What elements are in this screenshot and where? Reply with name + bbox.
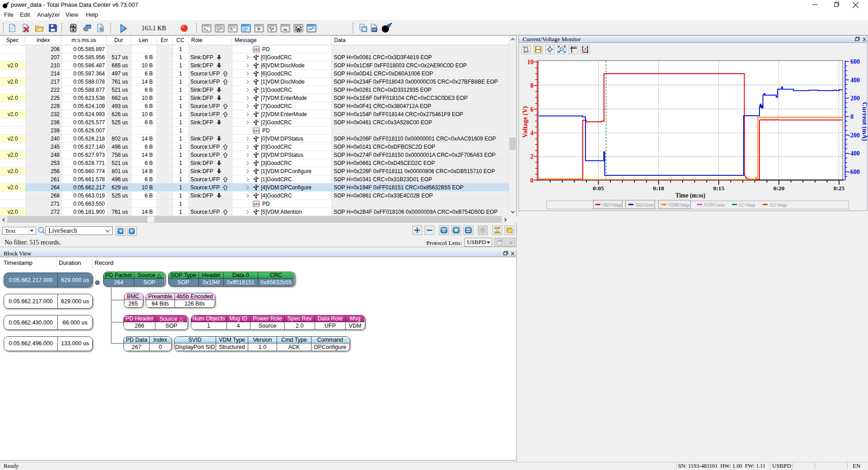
svg-text:-600: -600 xyxy=(848,169,860,175)
svg-text:VBUS Voltage: VBUS Voltage xyxy=(602,202,622,207)
svg-text:101: 101 xyxy=(253,129,259,133)
svg-text:-400: -400 xyxy=(848,150,860,157)
svg-text:CC1 Voltage: CC1 Voltage xyxy=(739,202,755,207)
svg-text:Hz: Hz xyxy=(283,28,287,32)
svg-text:0:05: 0:05 xyxy=(593,185,604,192)
svg-text:0:25: 0:25 xyxy=(834,185,845,192)
svg-text:CC2 Voltage: CC2 Voltage xyxy=(769,202,787,207)
svg-text:Time (m:ss): Time (m:ss) xyxy=(675,192,705,199)
svg-text:0:20: 0:20 xyxy=(774,185,785,192)
svg-text:VCONN Voltage: VCONN Voltage xyxy=(668,202,689,207)
svg-text:2: 2 xyxy=(530,153,533,160)
svg-text:123: 123 xyxy=(572,46,576,48)
svg-text:?: ? xyxy=(584,47,586,52)
svg-text:10: 10 xyxy=(527,59,533,66)
svg-text:400: 400 xyxy=(850,77,860,84)
svg-text:0: 0 xyxy=(530,177,533,184)
svg-text:8: 8 xyxy=(530,82,533,89)
svg-text:Current (mA): Current (mA) xyxy=(861,102,868,141)
svg-text:101: 101 xyxy=(253,202,259,206)
svg-text:101: 101 xyxy=(253,48,259,52)
svg-text:Voltage (V): Voltage (V) xyxy=(521,106,529,138)
svg-text:600: 600 xyxy=(850,58,860,65)
svg-text:4: 4 xyxy=(530,130,533,136)
svg-text:0:10: 0:10 xyxy=(653,185,664,192)
svg-text:0:15: 0:15 xyxy=(713,185,724,192)
svg-text:VBUS Current: VBUS Current xyxy=(635,202,654,207)
svg-text:-200: -200 xyxy=(848,132,860,139)
svg-text:6: 6 xyxy=(530,106,533,113)
svg-text:0: 0 xyxy=(850,113,854,120)
svg-text:VCONN Current: VCONN Current xyxy=(704,202,725,207)
svg-text:200: 200 xyxy=(850,95,860,102)
